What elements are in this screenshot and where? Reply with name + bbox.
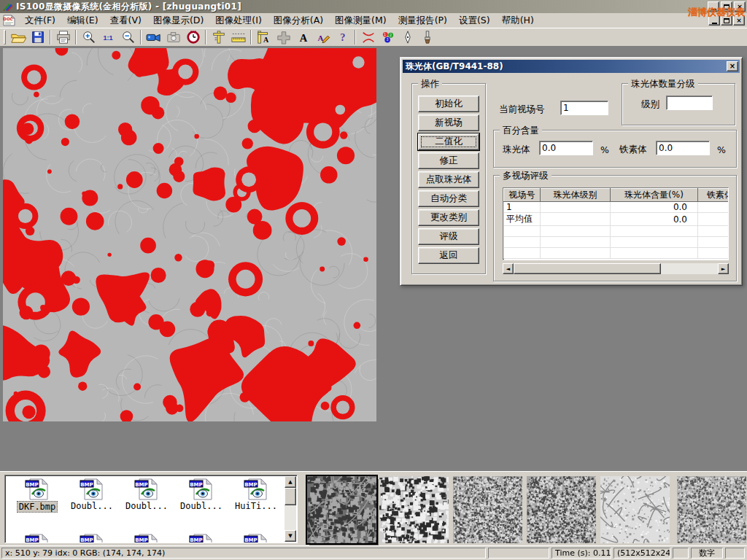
scroll-down-button[interactable]: ▼ <box>285 530 296 542</box>
close-button[interactable]: × <box>734 1 746 12</box>
curve-tool-button[interactable] <box>358 29 378 46</box>
table-row[interactable]: 10.0 <box>504 202 729 213</box>
help-button[interactable]: ? <box>333 29 352 46</box>
new-field-button[interactable]: 新视场 <box>418 114 479 131</box>
menu-item-9[interactable]: 设置(S) <box>453 13 496 28</box>
video-capture-button[interactable] <box>144 29 163 46</box>
correct-button[interactable]: 修正 <box>418 152 479 169</box>
metallograph-thumb-3[interactable] <box>453 476 522 543</box>
camera-capture-button[interactable] <box>163 29 183 46</box>
minimize-button[interactable] <box>708 1 719 12</box>
zoom-in-button[interactable] <box>79 29 98 46</box>
print-button[interactable] <box>53 29 73 46</box>
micrograph-image[interactable] <box>3 48 376 421</box>
binarize-button[interactable]: 二值化 <box>418 133 479 150</box>
file-item[interactable]: BMP <box>230 533 282 543</box>
file-list-scrollbar[interactable]: ▲ ▼ <box>285 476 296 542</box>
svg-text:?: ? <box>340 31 345 43</box>
column-header[interactable]: 珠光体级别 <box>541 189 611 202</box>
file-item[interactable]: BMP <box>11 533 63 543</box>
menu-item-3[interactable]: 查看(V) <box>104 13 147 28</box>
timer-button[interactable] <box>183 29 203 46</box>
scroll-right-button[interactable]: ► <box>718 263 729 274</box>
svg-text:BMP: BMP <box>80 537 93 543</box>
menu-item-7[interactable]: 图像测量(M) <box>329 13 392 28</box>
table-horizontal-scrollbar[interactable]: ◄ ► <box>503 263 729 274</box>
table-row[interactable] <box>504 248 729 259</box>
scrollbar-track[interactable] <box>514 263 718 274</box>
pick-pearlite-button[interactable]: 点取珠光体 <box>418 171 479 188</box>
actual-size-icon: 1:1 <box>101 30 117 44</box>
workspace: 珠光体(GB/T9441-88) × 操作 初始化新视场二值化修正点取珠光体自动… <box>0 47 747 471</box>
restore-button[interactable] <box>721 1 732 12</box>
pearlite-percent-input[interactable] <box>539 141 593 155</box>
scrollbar-thumb[interactable] <box>285 488 296 505</box>
file-item[interactable]: BMP HuiTi... <box>230 478 282 511</box>
document-icon: DOC <box>2 15 16 26</box>
column-header[interactable]: 视场号 <box>504 189 541 202</box>
annotate-text-button[interactable]: A <box>313 29 333 46</box>
mdi-minimize-button[interactable] <box>708 15 720 26</box>
menu-item-6[interactable]: 图像分析(A) <box>268 13 329 28</box>
file-item[interactable]: BMP <box>66 533 118 543</box>
brush-tool-button[interactable] <box>417 29 437 46</box>
metallograph-thumb-4[interactable] <box>527 476 596 543</box>
ferrite-percent-input[interactable] <box>656 141 710 155</box>
metallograph-thumb-1[interactable] <box>307 476 376 543</box>
file-item[interactable]: BMP <box>120 533 173 543</box>
column-header[interactable]: 珠光体含量(%) <box>611 189 698 202</box>
save-file-button[interactable] <box>28 29 47 46</box>
close-icon: × <box>736 18 742 24</box>
file-item[interactable]: BMP <box>175 533 228 543</box>
zoom-out-button[interactable] <box>118 29 138 46</box>
mdi-close-button[interactable]: × <box>733 15 745 26</box>
file-item[interactable]: BMP Doubl... <box>120 478 173 511</box>
menu-item-10[interactable]: 帮助(H) <box>496 13 540 28</box>
scrollbar-thumb[interactable] <box>514 263 661 274</box>
ferrite-unit: % <box>717 144 726 155</box>
actual-size-button[interactable]: 1:1 <box>98 29 118 46</box>
table-row[interactable] <box>504 237 729 248</box>
file-item[interactable]: BMP DKF.bmp <box>11 478 63 513</box>
text-label-button[interactable]: A <box>293 29 313 46</box>
open-file-button[interactable] <box>8 29 28 46</box>
menu-item-8[interactable]: 测量报告(P) <box>392 13 453 28</box>
caliper-measure-button[interactable] <box>209 29 228 46</box>
toolbar-grip[interactable] <box>4 30 6 44</box>
mdi-restore-button[interactable] <box>721 15 732 26</box>
table-row[interactable] <box>504 226 729 237</box>
menu-item-2[interactable]: 编辑(E) <box>61 13 104 28</box>
metallograph-thumb-2[interactable] <box>379 476 449 543</box>
table-row[interactable]: 平均值0.0 <box>504 213 729 226</box>
table-cell <box>504 248 541 259</box>
dialog-title-bar[interactable]: 珠光体(GB/T9441-88) × <box>403 60 740 73</box>
file-item[interactable]: BMP Doubl... <box>175 478 228 511</box>
measure-label-button[interactable]: A <box>254 29 274 46</box>
dialog-close-button[interactable]: × <box>727 61 738 71</box>
change-class-button[interactable]: 更改类别 <box>418 209 479 226</box>
column-header[interactable]: 铁素体含量(%) <box>698 189 729 202</box>
menu-item-5[interactable]: 图像处理(I) <box>209 13 267 28</box>
table-cell <box>698 213 729 226</box>
pen-tool-button[interactable] <box>398 29 417 46</box>
metallograph-thumb-5[interactable] <box>600 476 670 543</box>
scroll-up-button[interactable]: ▲ <box>285 476 296 488</box>
toolbar-separator <box>355 30 356 44</box>
grade-level-input[interactable] <box>666 96 713 110</box>
svg-text:A: A <box>299 32 307 44</box>
file-item[interactable]: BMP Doubl... <box>66 478 118 511</box>
return-button[interactable]: 返回 <box>418 247 479 264</box>
initialize-button[interactable]: 初始化 <box>418 96 479 112</box>
scroll-left-button[interactable]: ◄ <box>503 263 514 274</box>
phase-count-button[interactable]: 123 <box>378 29 398 46</box>
svg-text:1:1: 1:1 <box>103 34 112 42</box>
menu-item-4[interactable]: 图像显示(D) <box>147 13 209 28</box>
current-field-input[interactable] <box>560 101 608 115</box>
rate-button[interactable]: 评级 <box>418 228 479 245</box>
operation-group: 操作 初始化新视场二值化修正点取珠光体自动分类更改类别评级返回 <box>411 83 486 274</box>
metallograph-thumb-6[interactable] <box>677 476 746 543</box>
ruler-measure-button[interactable] <box>228 29 248 46</box>
menu-item-1[interactable]: 文件(F) <box>19 13 61 28</box>
auto-classify-button[interactable]: 自动分类 <box>418 190 479 207</box>
grid-cross-button[interactable] <box>274 29 293 46</box>
